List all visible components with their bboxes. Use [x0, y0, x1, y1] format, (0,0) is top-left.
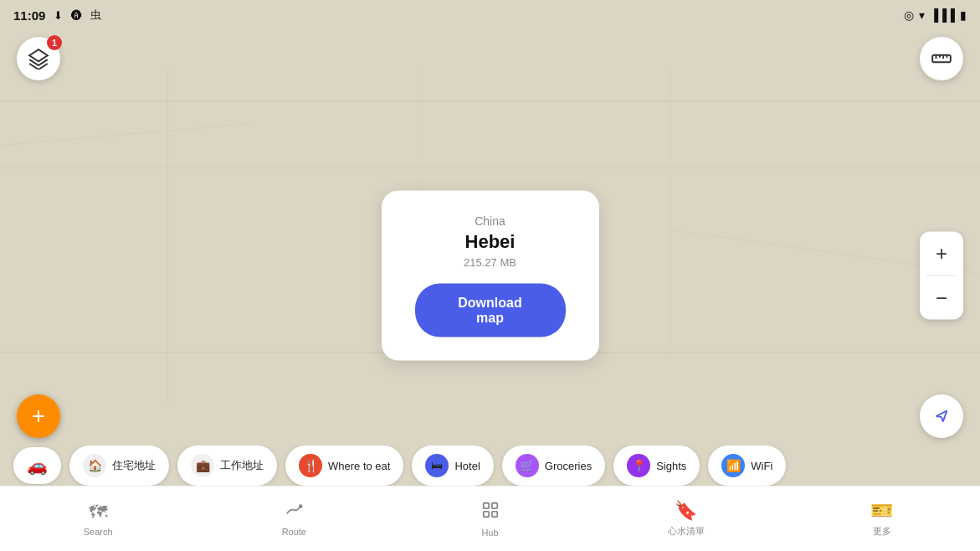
card-city: Hebei	[415, 231, 566, 253]
search-nav-label: Search	[84, 527, 113, 537]
wifi-status-icon: ▾	[919, 8, 925, 22]
svg-marker-0	[29, 49, 48, 61]
filter-chip-home[interactable]: 🏠 住宅地址	[69, 445, 169, 486]
route-nav-label: Route	[282, 527, 306, 537]
wifi-icon: 📶	[721, 454, 745, 477]
eat-icon: 🍴	[299, 454, 322, 477]
wishlist-nav-icon: 🔖	[675, 500, 697, 522]
filter-chip-wifi[interactable]: 📶 WiFi	[708, 445, 786, 486]
search-nav-icon: 🗺	[89, 502, 107, 523]
work-icon: 💼	[191, 454, 214, 477]
svg-point-10	[300, 505, 302, 507]
add-icon: +	[32, 404, 45, 428]
svg-rect-11	[483, 502, 488, 507]
svg-rect-1	[932, 55, 951, 63]
filter-chip-hotel[interactable]: 🛏 Hotel	[412, 445, 493, 486]
download-card: China Hebei 215.27 MB Download map	[382, 191, 599, 361]
filter-chip-sights-label: Sights	[656, 460, 686, 472]
filter-chip-groceries[interactable]: 🛒 Groceries	[502, 445, 605, 486]
filter-chip-eat-label: Where to eat	[328, 460, 390, 472]
hotel-icon: 🛏	[425, 454, 449, 477]
filter-chip-work[interactable]: 💼 工作地址	[177, 445, 277, 486]
filter-chip-groceries-label: Groceries	[545, 460, 592, 472]
filter-chip-sights[interactable]: 📍 Sights	[613, 445, 700, 486]
filter-chip-car[interactable]: 🚗	[13, 447, 61, 484]
status-right: ◎ ▾ ▐▐▐ ▮	[904, 8, 967, 22]
screenshot-status-icon: 🅐	[71, 9, 82, 22]
card-country: China	[415, 214, 566, 228]
zoom-in-button[interactable]: +	[920, 232, 963, 276]
ruler-button[interactable]	[920, 37, 963, 80]
signal-status-icon: ▐▐▐	[930, 8, 955, 22]
svg-line-9	[936, 416, 942, 417]
hub-nav-icon	[481, 501, 500, 524]
layers-button[interactable]: 1	[17, 37, 60, 80]
status-time: 11:09	[13, 8, 45, 23]
svg-rect-14	[491, 511, 496, 516]
car-icon: 🚗	[27, 456, 48, 476]
layers-badge: 1	[47, 35, 62, 50]
nav-item-route[interactable]: Route	[196, 501, 392, 537]
filter-chip-wifi-label: WiFi	[751, 460, 772, 472]
download-button[interactable]: Download map	[415, 284, 566, 337]
more-nav-label: 更多	[873, 525, 891, 538]
status-left: 11:09 ⬇ 🅐 虫	[13, 8, 101, 23]
wishlist-nav-label: 心水清單	[668, 525, 705, 538]
battery-status-icon: ▮	[960, 8, 967, 22]
route-nav-icon	[285, 501, 303, 523]
bug-status-icon: 虫	[90, 8, 101, 23]
filter-chip-hotel-label: Hotel	[454, 460, 480, 472]
nav-item-search[interactable]: 🗺 Search	[0, 502, 196, 537]
status-bar: 11:09 ⬇ 🅐 虫 ◎ ▾ ▐▐▐ ▮	[0, 0, 980, 30]
svg-rect-13	[483, 511, 488, 516]
bottom-nav: 🗺 Search Route Hub 🔖 心水清單 🎫 更多	[0, 486, 980, 551]
location-button[interactable]	[920, 394, 963, 438]
add-button[interactable]: +	[17, 394, 60, 438]
card-size: 215.27 MB	[415, 256, 566, 269]
svg-rect-12	[491, 502, 496, 507]
sights-icon: 📍	[627, 454, 650, 477]
zoom-out-button[interactable]: −	[920, 276, 963, 320]
filter-chip-work-label: 工作地址	[220, 458, 264, 473]
svg-line-8	[942, 417, 943, 422]
filter-chip-home-label: 住宅地址	[112, 458, 156, 473]
nav-item-wishlist[interactable]: 🔖 心水清單	[588, 500, 784, 538]
home-icon: 🏠	[83, 454, 106, 477]
more-nav-icon: 🎫	[870, 500, 893, 522]
nav-item-more[interactable]: 🎫 更多	[784, 500, 980, 538]
nav-item-hub[interactable]: Hub	[392, 501, 587, 538]
filter-chip-eat[interactable]: 🍴 Where to eat	[285, 445, 403, 486]
groceries-icon: 🛒	[516, 454, 539, 477]
quick-filters: 🚗 🏠 住宅地址 💼 工作地址 🍴 Where to eat 🛏 Hotel 🛒…	[0, 445, 980, 486]
zoom-controls: + −	[920, 232, 963, 320]
hub-nav-label: Hub	[481, 528, 498, 538]
location-status-icon: ◎	[904, 8, 914, 22]
download-status-icon: ⬇	[54, 9, 63, 22]
